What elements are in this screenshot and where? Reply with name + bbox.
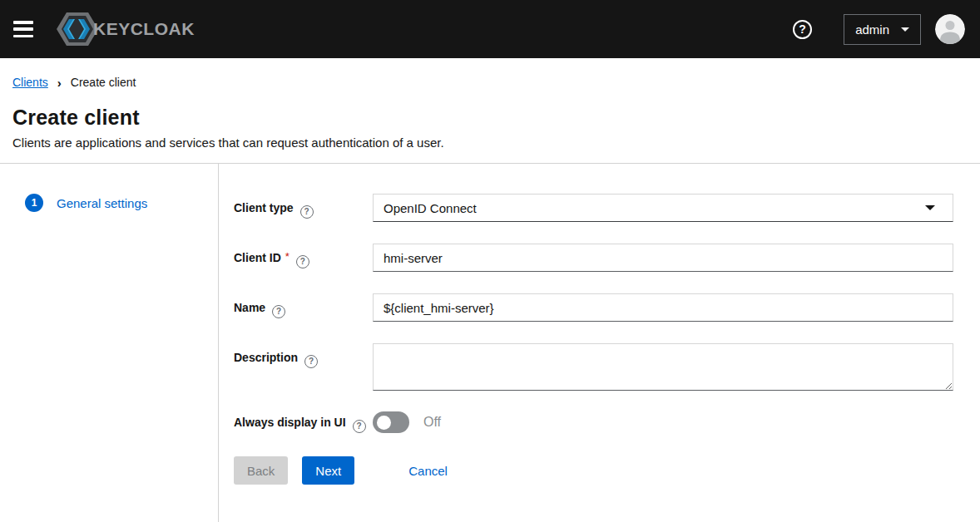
required-asterisk: * — [285, 250, 290, 263]
client-type-select[interactable]: OpenID Connect — [373, 194, 953, 222]
name-field-col — [373, 293, 953, 322]
form-row-name: Name? — [234, 293, 953, 322]
breadcrumb-separator-icon: › — [57, 76, 62, 89]
user-menu-dropdown[interactable]: admin — [844, 14, 921, 45]
question-glyph: ? — [309, 357, 314, 366]
client-id-input[interactable] — [373, 244, 953, 272]
step-label: General settings — [57, 196, 147, 210]
hamburger-bar — [13, 21, 33, 24]
page-title: Create client — [12, 106, 967, 130]
question-glyph: ? — [300, 257, 305, 266]
always-display-field-col: Off — [373, 411, 953, 433]
client-type-label-col: Client type? — [234, 194, 373, 222]
form-row-always-display: Always display in UI? Off — [234, 411, 953, 433]
breadcrumb: Clients › Create client — [12, 76, 967, 89]
client-type-label: Client type — [234, 201, 294, 214]
caret-down-icon — [901, 27, 909, 32]
avatar[interactable] — [935, 14, 965, 44]
client-id-label: Client ID — [234, 251, 281, 264]
chevron-down-icon — [925, 205, 935, 210]
create-client-wizard: 1 General settings Client type? OpenID C… — [0, 164, 980, 522]
wizard-actions: Back Next Cancel — [234, 456, 953, 485]
keycloak-logo-icon — [55, 9, 98, 49]
question-glyph: ? — [357, 421, 362, 431]
help-icon[interactable]: ? — [793, 20, 812, 39]
breadcrumb-current: Create client — [71, 76, 136, 89]
client-id-label-col: Client ID*? — [234, 244, 373, 272]
wizard-form: Client type? OpenID Connect Client ID*? … — [219, 164, 980, 522]
description-label-col: Description? — [234, 343, 373, 391]
keycloak-logo[interactable]: KEYCLOAK — [55, 9, 195, 49]
name-input[interactable] — [373, 293, 953, 322]
hamburger-bar — [13, 35, 33, 38]
client-id-help-icon[interactable]: ? — [296, 255, 309, 268]
breadcrumb-link-clients[interactable]: Clients — [12, 76, 48, 89]
step-number-badge: 1 — [25, 194, 43, 212]
always-display-toggle[interactable] — [373, 411, 409, 433]
always-display-help-icon[interactable]: ? — [353, 420, 366, 433]
toggle-state-label: Off — [423, 415, 441, 430]
cancel-link[interactable]: Cancel — [408, 464, 448, 478]
client-type-field-col: OpenID Connect — [373, 194, 953, 222]
name-label: Name — [234, 301, 265, 314]
client-type-selected-value: OpenID Connect — [384, 201, 477, 215]
description-help-icon[interactable]: ? — [304, 355, 318, 368]
always-display-label: Always display in UI — [234, 416, 346, 429]
name-help-icon[interactable]: ? — [272, 305, 285, 318]
client-type-help-icon[interactable]: ? — [300, 205, 314, 219]
question-glyph: ? — [799, 22, 806, 36]
page-header: Clients › Create client Create client Cl… — [0, 58, 980, 150]
description-textarea[interactable] — [373, 343, 953, 391]
client-id-field-col — [373, 244, 953, 272]
page-subtitle: Clients are applications and services th… — [12, 135, 967, 150]
wizard-step-general-settings[interactable]: 1 General settings — [25, 194, 218, 212]
hamburger-menu-button[interactable] — [13, 21, 33, 37]
back-button[interactable]: Back — [234, 456, 288, 485]
form-row-client-type: Client type? OpenID Connect — [234, 194, 953, 222]
toggle-knob — [377, 416, 391, 430]
wizard-nav: 1 General settings — [0, 164, 219, 522]
masthead: KEYCLOAK ? admin — [0, 0, 980, 58]
always-display-label-col: Always display in UI? — [234, 411, 373, 433]
hamburger-bar — [13, 27, 33, 31]
description-field-col — [373, 343, 953, 391]
question-glyph: ? — [276, 307, 281, 316]
question-glyph: ? — [304, 207, 309, 216]
form-row-description: Description? — [234, 343, 953, 391]
brand-text: KEYCLOAK — [93, 19, 195, 39]
next-button[interactable]: Next — [302, 456, 354, 485]
description-label: Description — [234, 351, 298, 364]
user-menu-label: admin — [855, 22, 889, 37]
name-label-col: Name? — [234, 293, 373, 322]
form-row-client-id: Client ID*? — [234, 244, 953, 272]
